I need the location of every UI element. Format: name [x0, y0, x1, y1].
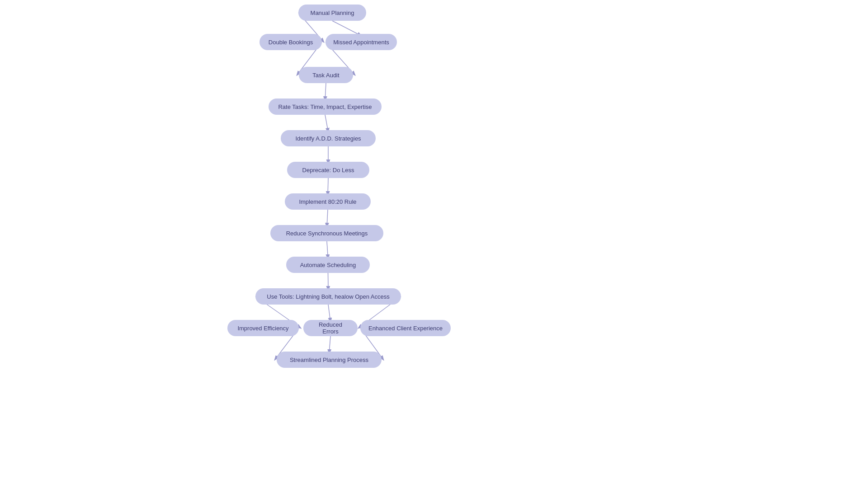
- deprecate: Deprecate: Do Less: [287, 162, 369, 178]
- manual-planning: Manual Planning: [298, 5, 366, 21]
- reduce-meetings: Reduce Synchronous Meetings: [270, 225, 383, 241]
- reduced-errors: Reduced Errors: [303, 320, 358, 336]
- svg-line-12: [328, 305, 330, 322]
- missed-appointments: Missed Appointments: [326, 34, 397, 50]
- identify-add: Identify A.D.D. Strategies: [281, 130, 376, 146]
- svg-line-4: [325, 83, 326, 100]
- implement-8020: Implement 80:20 Rule: [285, 193, 371, 210]
- automate-scheduling: Automate Scheduling: [286, 257, 370, 273]
- svg-line-8: [327, 210, 328, 227]
- rate-tasks: Rate Tasks: Time, Impact, Expertise: [269, 99, 382, 115]
- svg-line-9: [327, 241, 328, 258]
- svg-line-10: [328, 273, 329, 290]
- enhanced-client: Enhanced Client Experience: [360, 320, 451, 336]
- svg-line-7: [328, 178, 328, 195]
- diagram-container: Manual PlanningDouble BookingsMissed App…: [0, 0, 868, 488]
- svg-line-5: [325, 115, 328, 132]
- svg-line-15: [329, 336, 330, 353]
- task-audit: Task Audit: [299, 67, 353, 83]
- double-bookings: Double Bookings: [259, 34, 322, 50]
- improved-efficiency: Improved Efficiency: [227, 320, 299, 336]
- streamlined: Streamlined Planning Process: [277, 352, 382, 368]
- connectors-svg: [0, 0, 868, 488]
- use-tools: Use Tools: Lightning Bolt, healow Open A…: [255, 288, 401, 305]
